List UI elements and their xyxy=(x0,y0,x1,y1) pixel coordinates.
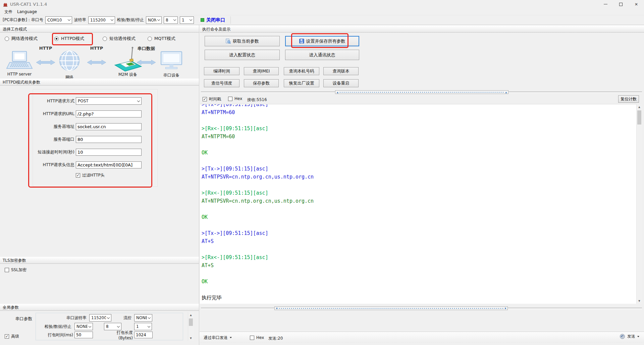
checkbox-icon[interactable] xyxy=(250,336,254,340)
slider-arrow-icon: ▲ xyxy=(505,91,507,93)
form-row: HTTP请求方式POST xyxy=(30,97,142,105)
cmd-button-3[interactable]: 查询本机号码 xyxy=(284,67,319,75)
pc-serial-label: [PC串口参数]：串口号 xyxy=(3,17,43,23)
recv-count: 接收:5516 xyxy=(247,97,267,103)
global-baud-select[interactable]: 115200 xyxy=(89,314,111,322)
splitter-slider[interactable]: ▲ ▲ xyxy=(335,90,508,94)
advanced-option[interactable]: 高级 xyxy=(5,334,19,339)
chevron-down-icon xyxy=(137,99,140,102)
scroll-up-icon[interactable]: ▲ xyxy=(188,312,194,318)
http-method-select[interactable]: POST xyxy=(76,97,142,105)
close-icon[interactable]: ✕ xyxy=(629,0,644,8)
send-bar: 通过串口发送 Hex 发送:20 发送 xyxy=(200,332,644,343)
packtime-label: 打包时间(ms) xyxy=(37,332,73,338)
app-icon xyxy=(3,2,8,7)
save-all-params-button[interactable]: 设置并保存所有参数 xyxy=(285,36,359,46)
filter-http-label: 过滤HTTP头 xyxy=(82,172,105,178)
scroll-thumb[interactable] xyxy=(637,110,641,125)
timestamp-option[interactable]: 时间戳 xyxy=(203,96,221,102)
global-stopbits-select[interactable]: 1 xyxy=(134,323,152,330)
send-via-serial-button[interactable]: 通过串口发送 xyxy=(202,334,234,342)
get-params-button[interactable]: 获取当前参数 xyxy=(205,36,280,46)
log-line: >[Tx->][09:51:15][asc] xyxy=(202,165,636,173)
enter-config-state-button[interactable]: 进入配置状态 xyxy=(205,50,280,60)
log-line: >[Rx<-][09:51:15][asc] xyxy=(202,189,636,197)
field-input-3[interactable] xyxy=(76,123,142,130)
send-hex-option[interactable]: Hex xyxy=(250,335,264,340)
send-button[interactable]: 发送 xyxy=(620,334,639,339)
window-title: USR-CAT1 V1.1.4 xyxy=(10,2,47,7)
global-params-header: 全局参数 xyxy=(0,304,199,311)
cmd-button-7[interactable]: 恢复出厂设置 xyxy=(284,79,319,87)
checkbox-icon[interactable] xyxy=(76,173,80,178)
databits-select[interactable]: 8 xyxy=(164,16,178,24)
menu-file[interactable]: 文件 xyxy=(2,8,15,15)
horizontal-splitter-bottom[interactable]: ▼ ▼ xyxy=(201,306,642,310)
cmd-button-1[interactable]: 编译时间 xyxy=(204,67,239,75)
app-window: USR-CAT1 V1.1.4 ✕ 文件 Language [PC串口参数]：串… xyxy=(0,0,644,345)
stopbits-select[interactable]: 1 xyxy=(180,16,194,24)
field-input-6[interactable] xyxy=(76,161,142,168)
checkbox-icon[interactable] xyxy=(5,334,9,339)
log-line xyxy=(202,269,636,278)
scroll-thumb[interactable] xyxy=(189,318,193,326)
maximize-icon[interactable] xyxy=(613,0,629,8)
port-open-status-icon xyxy=(201,18,204,22)
ssl-option[interactable]: SSL加密 xyxy=(5,267,26,273)
form-row: HTTP请求的URL xyxy=(30,110,142,117)
reset-counter-button[interactable]: 复位计数 xyxy=(618,95,639,103)
flow-control-select[interactable]: NONE xyxy=(134,314,152,322)
splitter-slider[interactable]: ▼ ▼ xyxy=(274,306,508,310)
cmd-button-8[interactable]: 设备重启 xyxy=(323,79,359,87)
log-line: >[Rx<-][09:51:15][asc] xyxy=(202,125,636,133)
commands-header: 执行命令及提示 xyxy=(200,26,644,33)
checkbox-icon[interactable] xyxy=(5,268,9,272)
cmd-button-6[interactable]: 保存参数 xyxy=(244,79,279,87)
close-port-button[interactable]: 关闭串口 xyxy=(206,17,225,23)
send-hex-label: Hex xyxy=(256,335,264,340)
field-input-5[interactable] xyxy=(76,149,142,156)
scroll-down-icon[interactable]: ▼ xyxy=(637,298,642,304)
minimize-icon[interactable] xyxy=(598,0,613,8)
terminal-scrollbar[interactable]: ▲ ▼ xyxy=(636,104,642,304)
menu-language[interactable]: Language xyxy=(15,9,39,15)
log-line xyxy=(202,157,636,165)
chevron-down-icon xyxy=(148,325,150,327)
field-input-4[interactable] xyxy=(76,136,142,143)
global-databits-select[interactable]: 8 xyxy=(104,323,121,330)
slider-arrow-icon: ▼ xyxy=(276,307,278,309)
cmd-button-5[interactable]: 查信号强度 xyxy=(204,79,239,87)
log-line xyxy=(202,286,636,294)
parity-select[interactable]: NONI xyxy=(146,16,162,24)
log-line xyxy=(202,245,636,253)
filter-http-header-option[interactable]: 过滤HTTP头 xyxy=(76,172,105,178)
scroll-down-icon[interactable]: ▼ xyxy=(188,335,194,341)
field-label: HTTP请求头信息 xyxy=(30,162,74,168)
hex-display-option[interactable]: Hex xyxy=(228,96,242,101)
global-parity-select[interactable]: NONE xyxy=(74,323,93,330)
horizontal-splitter-top[interactable]: ▲ ▲ xyxy=(201,90,642,94)
chevron-down-icon xyxy=(89,325,91,327)
log-terminal[interactable]: >[Tx->][09:51:15][asc]AT+NTPTM=60 >[Rx<-… xyxy=(200,104,636,304)
field-label: 服务器地址 xyxy=(30,124,74,130)
packlen-input[interactable] xyxy=(134,332,153,338)
checkbox-icon[interactable] xyxy=(228,97,232,101)
global-scrollbar[interactable]: ▲ ▼ xyxy=(188,312,194,341)
checkbox-icon[interactable] xyxy=(203,97,207,101)
cmd-button-2[interactable]: 查询IMEI xyxy=(244,67,279,75)
packlen-label: 打包长度(Bytes) xyxy=(105,330,133,340)
sent-count: 发送:20 xyxy=(268,336,283,341)
log-line: 执行完毕 xyxy=(202,294,636,302)
field-input-2[interactable] xyxy=(76,110,142,117)
com-port-select[interactable]: COM10 xyxy=(45,16,72,24)
cmd-button-4[interactable]: 查询版本 xyxy=(323,67,359,75)
log-line xyxy=(202,181,636,189)
scroll-up-icon[interactable]: ▲ xyxy=(637,104,642,110)
packtime-input[interactable] xyxy=(74,332,93,338)
enter-comm-state-button[interactable]: 进入通讯状态 xyxy=(285,50,359,60)
tls-params-header: TLS加密参数 xyxy=(0,257,199,264)
titlebar: USR-CAT1 V1.1.4 ✕ xyxy=(0,0,644,8)
form-row: HTTP请求头信息 xyxy=(30,161,142,168)
baud-select[interactable]: 115200 xyxy=(88,16,115,24)
slider-dots xyxy=(279,308,503,309)
